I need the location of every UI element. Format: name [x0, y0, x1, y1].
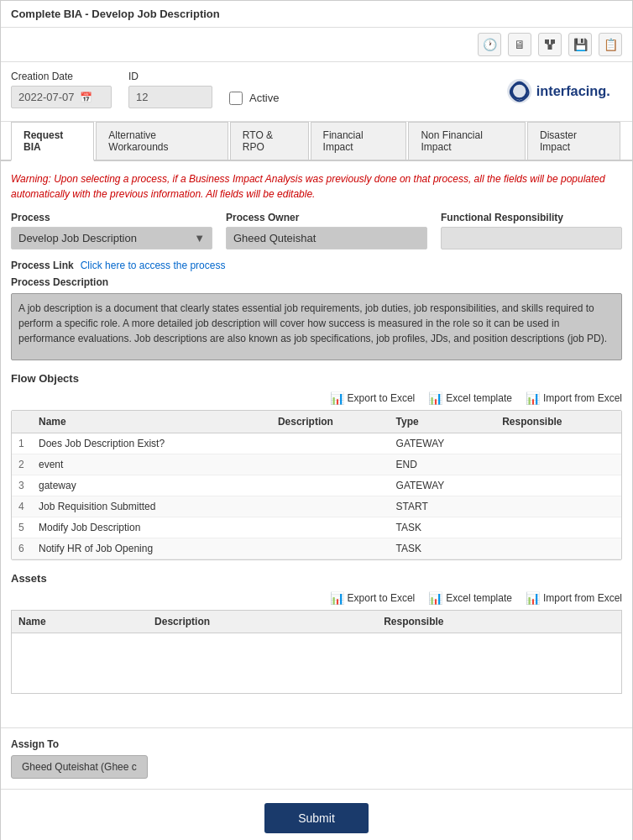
flow-objects-actions: 📊 Export to Excel 📊 Excel template 📊 Imp…	[11, 391, 622, 405]
process-link-row: Process Link Click here to access the pr…	[11, 260, 622, 271]
col-name: Name	[32, 411, 271, 433]
row-num: 4	[12, 496, 32, 517]
row-responsible	[495, 496, 621, 517]
tab-disaster-impact[interactable]: Disaster Impact	[527, 122, 620, 160]
clipboard-icon[interactable]: 📋	[599, 33, 622, 56]
row-type: GATEWAY	[390, 433, 496, 454]
row-responsible	[495, 538, 621, 559]
assets-import-icon: 📊	[526, 591, 540, 605]
tab-request-bia[interactable]: Request BIA	[11, 122, 94, 161]
flow-excel-template-btn[interactable]: 📊 Excel template	[428, 391, 512, 405]
assets-col-name: Name	[12, 611, 148, 633]
process-owner-field-group: Process Owner Gheed Quteishat	[226, 212, 427, 249]
flow-import-excel-btn[interactable]: 📊 Import from Excel	[526, 391, 622, 405]
assign-to-section: Assign To Gheed Quteishat (Ghee c	[1, 727, 632, 789]
row-name: Does Job Description Exist?	[32, 433, 271, 454]
row-type: START	[390, 496, 496, 517]
assets-export-excel-btn[interactable]: 📊 Export to Excel	[330, 591, 416, 605]
tab-non-financial-impact[interactable]: Non Financial Impact	[408, 122, 526, 160]
table-row: 3 gateway GATEWAY	[12, 475, 621, 496]
process-select[interactable]: Develop Job Description ▼	[11, 227, 212, 249]
id-input: 12	[128, 86, 212, 108]
assets-export-icon: 📊	[330, 591, 344, 605]
active-checkbox[interactable]	[229, 92, 243, 105]
active-label: Active	[249, 92, 279, 104]
submit-row: Submit	[1, 789, 632, 840]
row-type: TASK	[390, 517, 496, 538]
svg-text:interfacing.: interfacing.	[536, 83, 610, 98]
excel-import-icon: 📊	[526, 391, 540, 405]
save-icon[interactable]: 💾	[568, 33, 592, 56]
row-num: 6	[12, 538, 32, 559]
flow-objects-table: Name Description Type Responsible 1 Does…	[12, 411, 621, 559]
col-type: Type	[390, 411, 496, 433]
tab-alternative-workarounds[interactable]: Alternative Workarounds	[96, 122, 228, 160]
app-title: Complete BIA - Develop Job Description	[11, 8, 220, 20]
process-owner-label: Process Owner	[226, 212, 427, 223]
excel-template-icon: 📊	[428, 391, 442, 405]
creation-date-label: Creation Date	[11, 71, 112, 82]
flow-export-excel-btn[interactable]: 📊 Export to Excel	[330, 391, 416, 405]
row-responsible	[495, 454, 621, 475]
row-name: Job Requisition Submitted	[32, 496, 271, 517]
row-description	[271, 496, 390, 517]
network-icon[interactable]	[538, 33, 562, 56]
row-description	[271, 538, 390, 559]
assets-actions: 📊 Export to Excel 📊 Excel template 📊 Imp…	[11, 591, 622, 605]
row-num: 3	[12, 475, 32, 496]
submit-button[interactable]: Submit	[264, 803, 369, 833]
row-description	[271, 475, 390, 496]
assets-table-container: Name Description Responsible	[11, 610, 622, 694]
process-owner-input: Gheed Quteishat	[226, 227, 427, 249]
col-num	[12, 411, 32, 433]
history-icon[interactable]: 🕐	[478, 33, 501, 56]
svg-rect-0	[545, 39, 549, 44]
header-row: Creation Date 2022-07-07 📅 ID 12 Active	[1, 62, 632, 122]
creation-date-input[interactable]: 2022-07-07 📅	[11, 86, 112, 108]
flow-objects-table-container: Name Description Type Responsible 1 Does…	[11, 410, 622, 560]
content-area: Warning: Upon selecting a process, if a …	[1, 161, 632, 714]
toolbar: 🕐 🖥 💾 📋	[1, 28, 632, 62]
table-row: 6 Notify HR of Job Opening TASK	[12, 538, 621, 559]
assign-to-value[interactable]: Gheed Quteishat (Ghee c	[11, 755, 148, 779]
row-type: TASK	[390, 538, 496, 559]
flow-objects-scroll[interactable]: Name Description Type Responsible 1 Does…	[12, 411, 621, 559]
svg-rect-2	[548, 45, 552, 50]
assets-excel-template-btn[interactable]: 📊 Excel template	[428, 591, 512, 605]
row-description	[271, 433, 390, 454]
process-link[interactable]: Click here to access the process	[81, 260, 226, 271]
row-responsible	[495, 433, 621, 454]
row-type: GATEWAY	[390, 475, 496, 496]
monitor-icon[interactable]: 🖥	[508, 33, 531, 56]
row-num: 1	[12, 433, 32, 454]
svg-rect-1	[551, 39, 555, 44]
form-fields-row: Process Develop Job Description ▼ Proces…	[11, 212, 622, 249]
process-label: Process	[11, 212, 212, 223]
id-group: ID 12	[128, 71, 212, 108]
process-link-label: Process Link	[11, 260, 74, 271]
process-desc-label: Process Description	[11, 276, 622, 288]
warning-text: Warning: Upon selecting a process, if a …	[11, 171, 622, 202]
assets-table-header: Name Description Responsible	[12, 611, 621, 633]
svg-line-3	[547, 44, 551, 45]
tab-rto-rpo[interactable]: RTO & RPO	[230, 122, 309, 160]
functional-resp-input	[441, 227, 622, 249]
company-logo: interfacing.	[496, 71, 622, 113]
process-field-group: Process Develop Job Description ▼	[11, 212, 212, 249]
tab-financial-impact[interactable]: Financial Impact	[311, 122, 407, 160]
process-description-box: A job description is a document that cle…	[11, 293, 622, 360]
calendar-icon: 📅	[80, 92, 92, 103]
table-row: 5 Modify Job Description TASK	[12, 517, 621, 538]
row-name: Notify HR of Job Opening	[32, 538, 271, 559]
row-responsible	[495, 517, 621, 538]
row-type: END	[390, 454, 496, 475]
assets-import-excel-btn[interactable]: 📊 Import from Excel	[526, 591, 622, 605]
row-name: event	[32, 454, 271, 475]
functional-resp-label: Functional Responsibility	[441, 212, 622, 223]
table-row: 2 event END	[12, 454, 621, 475]
flow-objects-title: Flow Objects	[11, 372, 622, 385]
assets-template-icon: 📊	[428, 591, 442, 605]
row-name: Modify Job Description	[32, 517, 271, 538]
assets-title: Assets	[11, 572, 622, 585]
row-description	[271, 517, 390, 538]
